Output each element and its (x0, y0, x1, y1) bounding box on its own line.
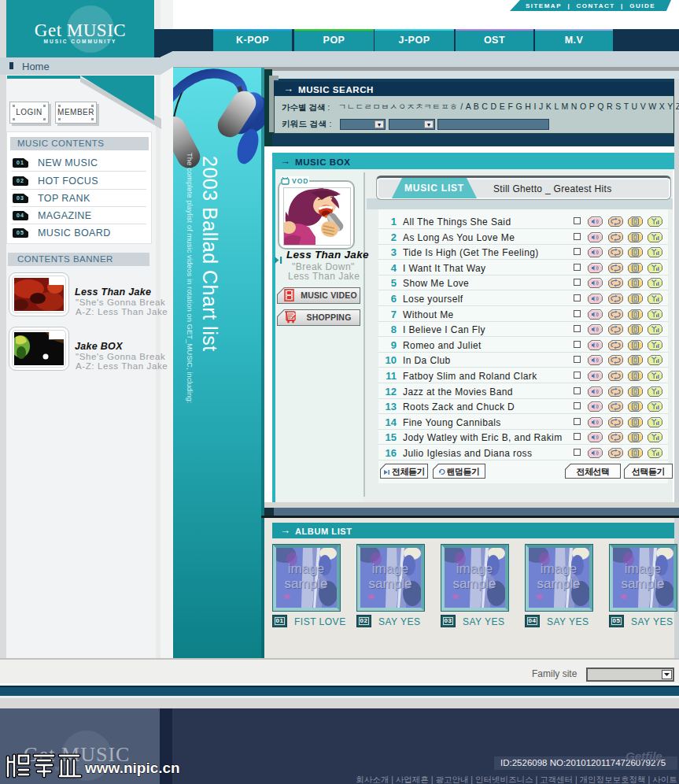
svg-text:image: image (372, 561, 408, 576)
svg-text:www.nipic.cn: www.nipic.cn (84, 760, 180, 776)
svg-text:sample: sample (537, 576, 581, 591)
svg-text:image: image (541, 561, 577, 576)
svg-text:sample: sample (453, 576, 496, 591)
svg-text:sample: sample (369, 576, 412, 591)
svg-text:image: image (625, 561, 661, 576)
svg-text:sample: sample (285, 576, 328, 591)
svg-text:image: image (288, 561, 324, 576)
svg-text:sample: sample (622, 576, 665, 591)
svg-text:image: image (456, 561, 493, 576)
